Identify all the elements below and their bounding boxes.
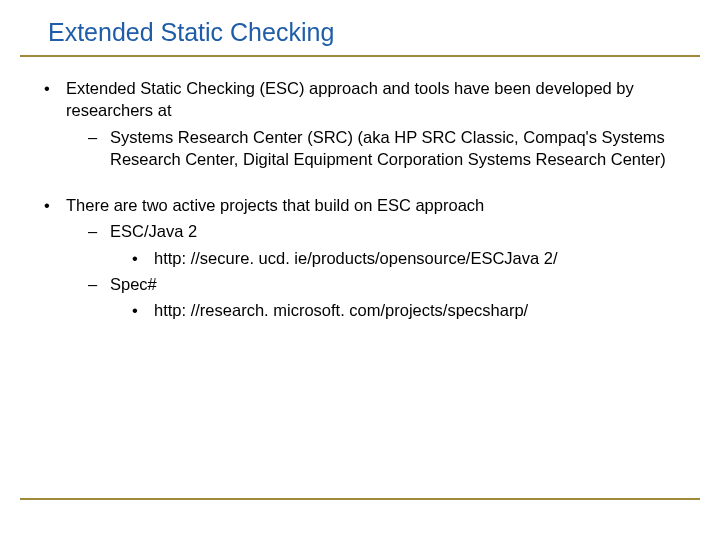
bullet-text: Spec# (110, 273, 676, 295)
bullet-item: • http: //secure. ucd. ie/products/opens… (44, 247, 676, 269)
bullet-icon: • (44, 77, 66, 122)
bullet-item: • http: //research. microsoft. com/proje… (44, 299, 676, 321)
bullet-text: There are two active projects that build… (66, 194, 676, 216)
bullet-text: http: //research. microsoft. com/project… (154, 299, 676, 321)
bullet-icon: • (44, 194, 66, 216)
bullet-icon: • (132, 247, 154, 269)
dash-icon: – (88, 273, 110, 295)
slide-title: Extended Static Checking (0, 18, 720, 55)
bullet-item: – Systems Research Center (SRC) (aka HP … (44, 126, 676, 171)
dash-icon: – (88, 220, 110, 242)
bullet-item: • There are two active projects that bui… (44, 194, 676, 216)
bullet-text: Extended Static Checking (ESC) approach … (66, 77, 676, 122)
bullet-text: Systems Research Center (SRC) (aka HP SR… (110, 126, 676, 171)
bullet-text: http: //secure. ucd. ie/products/opensou… (154, 247, 676, 269)
spacer (44, 174, 676, 194)
bullet-item: • Extended Static Checking (ESC) approac… (44, 77, 676, 122)
slide-container: Extended Static Checking • Extended Stat… (0, 0, 720, 540)
dash-icon: – (88, 126, 110, 171)
bullet-item: – Spec# (44, 273, 676, 295)
slide-content: • Extended Static Checking (ESC) approac… (0, 57, 720, 321)
bullet-icon: • (132, 299, 154, 321)
bullet-item: – ESC/Java 2 (44, 220, 676, 242)
bullet-text: ESC/Java 2 (110, 220, 676, 242)
footer-divider (20, 498, 700, 500)
